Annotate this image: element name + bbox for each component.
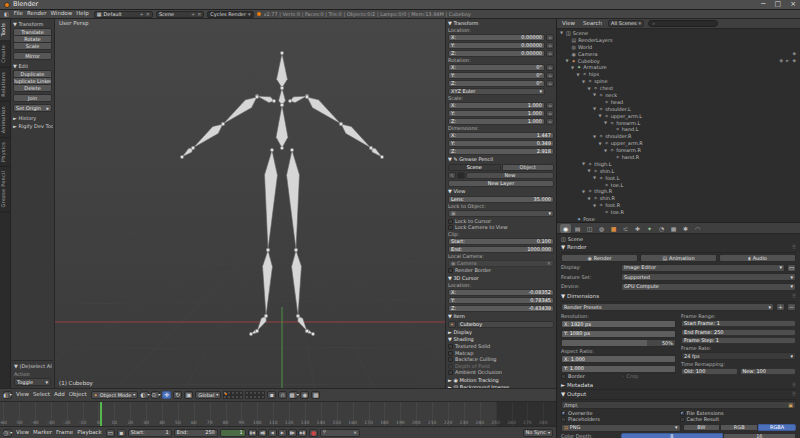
outliner-row-hand-l[interactable]: ✧hand.L [557,126,800,133]
outliner-row-world[interactable]: ◍World [557,44,800,51]
outliner-row-shoulder-r[interactable]: ▼✧shoulder.R [557,133,800,140]
lock-icon[interactable]: ▫ [546,80,554,87]
collapse-icon[interactable]: ▼ [598,142,603,146]
menu-window[interactable]: Window [49,11,75,17]
add-layout-icon[interactable]: + [140,12,144,17]
collapse-icon[interactable]: ▼ [581,80,586,84]
properties-tab-material[interactable]: ◔ [656,224,667,233]
outliner-row-forearm-l[interactable]: ▼✧forearm.L [557,120,800,127]
depth-8-button[interactable]: 8 [621,433,723,438]
properties-tab-render-layers[interactable]: ▤ [572,224,583,233]
outliner-row-upper-arm-l[interactable]: ▼✧upper_arm.L [557,113,800,120]
snap-toggle-button[interactable]: ∩ [278,391,287,399]
collapse-icon[interactable]: ▼ [603,121,608,125]
outliner-row-hand-r[interactable]: ✧hand.R [557,154,800,161]
item-panel-header[interactable]: ▼ Item [448,313,554,320]
next-keyframe-button[interactable]: ▮▶ [288,429,297,437]
feature-set-dropdown[interactable]: Supported▾ [621,273,796,281]
bone-forearm-r[interactable] [341,124,371,148]
add-preset-button[interactable]: + [776,303,785,311]
snap-element-dropdown[interactable]: ▦▾ [289,391,298,399]
outliner-filter-dropdown[interactable]: All Scenes▾ [608,20,644,27]
scale-button[interactable]: Scale [13,42,52,50]
render-panel-header[interactable]: ▼ Render⠿ [561,243,796,253]
collapse-icon[interactable]: ▼ [592,135,597,139]
viewport-3d[interactable]: User Persp (1) Cubeboy [55,19,445,388]
rotation-z-field[interactable]: Z:0° [448,80,545,87]
bone-foot-r[interactable] [298,316,307,331]
join-button[interactable]: Join [13,94,52,102]
motion-tracking-panel-header[interactable]: ► ◉ Motion Tracking [448,377,554,384]
minimize-button[interactable]: ─ [761,1,765,8]
properties-tab-modifiers[interactable]: ✚ [632,224,643,233]
shading-panel-header[interactable]: ▼ Shading [448,336,554,343]
view-panel-header[interactable]: ▼ View [448,188,554,195]
gp-color-swatch[interactable] [457,172,465,179]
collapse-icon[interactable]: ▼ [581,162,586,166]
lock-icon[interactable]: ▫ [546,42,554,49]
transform-panel-header[interactable]: ▼ Transform [448,20,554,27]
menu-object[interactable]: Object [67,392,89,398]
gp-draw-icon[interactable]: ✎ [448,172,456,179]
jump-to-end-button[interactable]: ▶▮ [298,429,307,437]
dimension-y-field[interactable]: Y:0.349 [448,140,554,147]
output-panel-header[interactable]: ▼ Output⠿ [561,390,796,400]
file-format-dropdown[interactable]: ▤ PNG▾ [561,424,681,432]
shelf-tab-relations[interactable]: Relations [0,68,10,102]
outliner-row-shin-r[interactable]: ▼✧shin.R [557,195,800,202]
render-icon[interactable]: ◆ [793,52,796,57]
current-frame-field[interactable]: 1 [220,429,246,437]
audio-button[interactable]: ◖Audio [719,254,796,262]
display-panel-header[interactable]: ► Display [448,329,554,336]
dimensions-panel-header[interactable]: ▼ Dimensions⠿ [561,292,796,302]
manipulator-translate-button[interactable]: ✛ [162,391,171,399]
menu-view[interactable]: View [14,392,31,398]
properties-tab-scene[interactable]: ◫ [584,224,595,233]
lock-camera-checkbox[interactable]: Lock Camera to View [448,225,554,230]
mode-dropdown[interactable]: ✦Object Mode▾ [91,391,139,399]
render-engine-selector[interactable]: Cycles Render ▾ [207,11,253,18]
bone-shoulder-l[interactable] [257,96,274,103]
border-checkbox[interactable]: Border [561,374,618,379]
auto-keyframe-record-button[interactable]: ● [309,429,318,437]
render-icon[interactable]: ◆ [793,59,796,64]
lens-field[interactable]: Lens:35.000 [448,196,554,203]
bone-hand-r[interactable] [371,148,382,157]
lock-to-cursor-checkbox[interactable]: Lock to Cursor [448,219,554,224]
properties-tab-world[interactable]: ◍ [596,224,607,233]
properties-tab-physics[interactable]: ◠ [692,224,703,233]
outliner-row-renderlayers[interactable]: ▤RenderLayers [557,37,800,44]
outliner-search-input[interactable]: ⌕ [648,20,718,27]
outliner-row-chest[interactable]: ▼✧chest [557,85,800,92]
location-x-field[interactable]: X:0.00000 [448,34,545,41]
collapse-icon[interactable]: ▼ [592,107,597,111]
remove-preset-button[interactable]: − [787,303,796,311]
dimension-x-field[interactable]: X:1.447 [448,132,554,139]
remap-old-field[interactable]: Old: 100 [681,368,738,375]
ambient-occlusion-checkbox[interactable]: Ambient Occlusion [448,370,554,375]
opengl-render-anim-button[interactable]: ▦ [311,391,320,399]
crop-checkbox[interactable]: Crop [620,374,677,379]
collapse-icon[interactable]: ▼ [581,190,586,194]
render-button[interactable]: ◉Render [561,254,638,262]
bone-upper-arm-r[interactable] [307,97,341,124]
rotation-mode-dropdown[interactable]: XYZ Euler▾ [448,88,545,95]
animation-button[interactable]: ▤Animation [640,254,717,262]
collapse-icon[interactable]: ▼ [576,73,581,77]
menu-select[interactable]: Select [31,392,52,398]
bone-shin-l[interactable] [263,250,273,316]
collapse-icon[interactable]: ▼ [587,87,592,91]
lock-icon[interactable]: ▫ [546,118,554,125]
render-border-checkbox[interactable]: Render Border [448,268,554,273]
outliner-search-menu[interactable]: Search [581,21,604,27]
properties-tab-constraints[interactable]: ⊂ [620,224,631,233]
properties-tab-render[interactable]: ◉ [560,224,571,233]
placeholders-checkbox[interactable]: Placeholders [561,417,678,422]
scale-y-field[interactable]: Y:1.000 [448,110,545,117]
object-name-field[interactable]: Cubeboy [457,321,554,328]
menu-help[interactable]: Help [74,11,91,17]
outliner-row-foot-r[interactable]: ▼✧foot.R [557,202,800,209]
outliner-row-neck[interactable]: ▼✧neck [557,92,800,99]
properties-tab-particles[interactable]: ✱ [680,224,691,233]
device-dropdown[interactable]: GPU Compute▾ [621,283,796,291]
